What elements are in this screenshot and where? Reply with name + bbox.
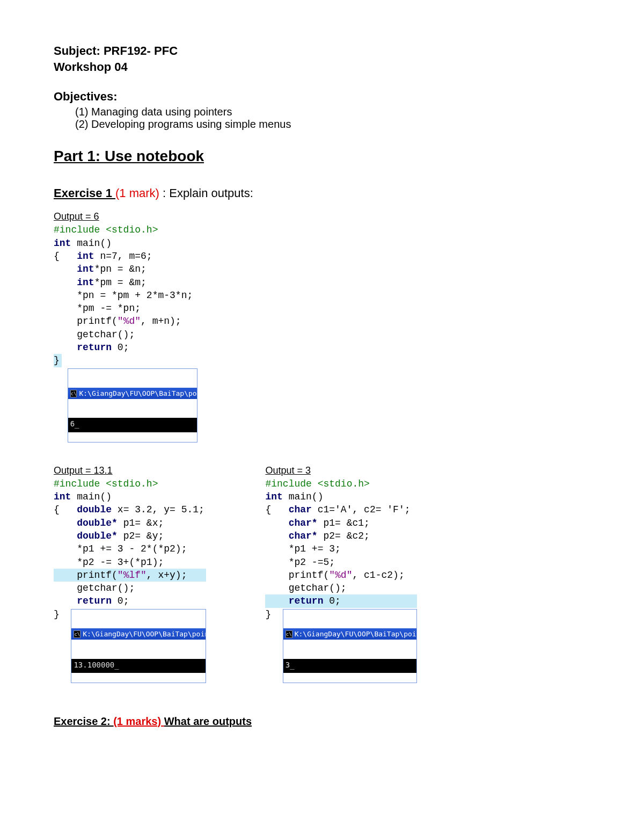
code-kw: double* xyxy=(77,531,118,541)
code-text: printf( xyxy=(54,316,118,327)
code-text: , x+y); xyxy=(147,570,187,581)
code-text: main() xyxy=(71,491,112,502)
code-text xyxy=(54,596,77,606)
code-text xyxy=(265,596,288,606)
console-body: 13.100000_ xyxy=(71,659,206,673)
preprocessor-line: #include <stdio.h> xyxy=(265,478,369,489)
code-text: , c1-c2); xyxy=(352,570,404,581)
objectives-list: (1) Managing data using pointers (2) Dev… xyxy=(75,106,483,130)
code-kw: int xyxy=(77,264,94,274)
code-kw: int xyxy=(54,491,71,502)
code-text: main() xyxy=(283,491,324,502)
code-text: *p1 += 3; xyxy=(265,543,340,554)
part-1-title: Part 1: Use notebook xyxy=(54,148,483,165)
code-str: "%d" xyxy=(118,316,141,327)
code-block: #include <stdio.h> int main() { double x… xyxy=(54,477,206,683)
code-text xyxy=(265,518,288,528)
code-kw: int xyxy=(265,491,282,502)
code-kw: double* xyxy=(77,518,118,528)
exercise-1-heading: Exercise 1 (1 mark) : Explain outputs: xyxy=(54,186,483,200)
subject-line: Subject: PRF192- PFC xyxy=(54,43,483,59)
console-titlebar: c\K:\GiangDay\FU\OOP\BaiTap\pointe xyxy=(283,628,416,640)
code-kw: return xyxy=(289,596,324,606)
console-window: c\K:\GiangDay\FU\OOP\BaiTap\pointe 3_ xyxy=(283,609,417,683)
code-text: c1='A', c2= 'F'; xyxy=(312,504,411,515)
code-text: x= 3.2, y= 5.1; xyxy=(112,504,204,515)
code-kw: return xyxy=(77,596,112,606)
code-kw: int xyxy=(77,277,94,288)
code-text: p1= &c1; xyxy=(318,518,370,528)
preprocessor-line: #include <stdio.h> xyxy=(54,478,158,489)
code-text xyxy=(54,264,77,274)
code-text xyxy=(265,531,288,541)
cmd-icon: c\ xyxy=(70,390,77,397)
code-kw: char* xyxy=(289,531,318,541)
code-text: { xyxy=(265,504,288,515)
console-body: 3_ xyxy=(283,659,416,673)
code-text xyxy=(54,342,77,353)
code-kw: char* xyxy=(289,518,318,528)
code-text: 0; xyxy=(323,596,340,606)
code-text: , m+n); xyxy=(141,316,181,327)
code-text: *pn = &n; xyxy=(94,264,147,274)
code-text: 0; xyxy=(112,596,129,606)
objective-item: (2) Developing programs using simple men… xyxy=(75,118,483,130)
code-text: p1= &x; xyxy=(118,518,164,528)
exercise-marks: (1 marks) xyxy=(113,715,164,727)
code-block: #include <stdio.h> int main() { char c1=… xyxy=(265,477,416,683)
exercise-rest: : Explain outputs: xyxy=(159,186,253,200)
cmd-icon: c\ xyxy=(74,630,80,638)
output-label: Output = 6 xyxy=(54,211,483,222)
code-text: n=7, m=6; xyxy=(94,251,152,262)
code-text: *p2 -= 3+(*p1); xyxy=(54,557,164,568)
code-block: #include <stdio.h> int main() { int n=7,… xyxy=(54,223,483,442)
exercise-2-heading: Exercise 2: (1 marks) What are outputs xyxy=(54,715,483,728)
code-text xyxy=(54,277,77,288)
snippet-1: Output = 6 #include <stdio.h> int main()… xyxy=(54,211,483,442)
console-titlebar: c\K:\GiangDay\FU\OOP\BaiTap\pointer xyxy=(71,628,206,640)
code-text: getchar(); xyxy=(265,583,346,593)
code-text: } xyxy=(54,609,60,620)
code-text: *p1 += 3 - 2*(*p2); xyxy=(54,543,187,554)
code-str: "%lf" xyxy=(118,570,147,581)
console-window: c\K:\GiangDay\FU\OOP\BaiTap\pointer 13.1… xyxy=(71,609,206,683)
code-kw: char xyxy=(289,504,312,515)
code-text: *pm = &m; xyxy=(94,277,147,288)
objectives-heading: Objectives: xyxy=(54,90,483,104)
code-kw: return xyxy=(77,342,112,353)
code-kw: int xyxy=(77,251,94,262)
code-text: getchar(); xyxy=(54,329,135,340)
snippet-2: Output = 13.1 #include <stdio.h> int mai… xyxy=(54,458,206,683)
code-text: printf( xyxy=(265,570,329,581)
code-text: printf( xyxy=(54,570,118,581)
code-kw: double xyxy=(77,504,112,515)
output-label: Output = 3 xyxy=(265,465,416,476)
console-title: K:\GiangDay\FU\OOP\BaiTap\poin xyxy=(79,389,196,398)
code-text: *p2 -=5; xyxy=(265,557,335,568)
code-text: } xyxy=(265,609,271,620)
code-text xyxy=(54,518,77,528)
code-text: } xyxy=(54,355,60,366)
code-text: 0; xyxy=(112,342,129,353)
console-window: c\K:\GiangDay\FU\OOP\BaiTap\poin 6_ xyxy=(68,368,197,443)
snippet-row: Output = 13.1 #include <stdio.h> int mai… xyxy=(54,458,483,683)
objective-item: (1) Managing data using pointers xyxy=(75,106,483,118)
console-title: K:\GiangDay\FU\OOP\BaiTap\pointer xyxy=(83,629,206,639)
exercise-label: Exercise 1 xyxy=(54,186,115,200)
exercise-label: Exercise 2: xyxy=(54,715,113,727)
workshop-line: Workshop 04 xyxy=(54,59,483,75)
output-label: Output = 13.1 xyxy=(54,465,206,476)
code-text: *pn = *pm + 2*m-3*n; xyxy=(54,290,193,301)
exercise-marks: (1 mark) xyxy=(115,186,159,200)
code-text: { xyxy=(54,251,77,262)
code-text: main() xyxy=(71,238,112,249)
console-title: K:\GiangDay\FU\OOP\BaiTap\pointe xyxy=(295,629,416,639)
snippet-3: Output = 3 #include <stdio.h> int main()… xyxy=(265,458,416,683)
code-text: getchar(); xyxy=(54,583,135,593)
console-body: 6_ xyxy=(68,418,197,432)
preprocessor-line: #include <stdio.h> xyxy=(54,224,158,235)
code-kw: int xyxy=(54,238,71,249)
exercise-rest: What are outputs xyxy=(164,715,252,727)
code-text: p2= &y; xyxy=(118,531,164,541)
document-page: Subject: PRF192- PFC Workshop 04 Objecti… xyxy=(0,0,537,781)
